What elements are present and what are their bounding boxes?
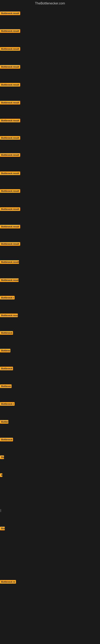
bottleneck-badge: Bottleneck result [0, 172, 20, 175]
bottleneck-item[interactable]: Bottleneck result [0, 47, 20, 52]
bottleneck-item[interactable]: Bottlene [0, 349, 10, 353]
bottleneck-item[interactable]: Bottleneck result [0, 83, 20, 87]
bottleneck-item[interactable]: Bottleneck result [0, 278, 19, 283]
bottleneck-item[interactable]: Bottler [0, 420, 8, 424]
bottleneck-item[interactable]: B [0, 473, 2, 478]
bottleneck-badge: Bottleneck result [0, 119, 20, 122]
bottleneck-item[interactable]: Bottleneck re [0, 580, 16, 584]
bottleneck-item[interactable]: Bottleneck result [0, 189, 20, 194]
bottleneck-badge: Bottleneck result [0, 278, 19, 282]
bottleneck-badge: Bottleneck result [0, 136, 20, 140]
bottleneck-badge: Bottleneck result [0, 12, 20, 15]
bottleneck-item[interactable]: Bottleneck result [0, 12, 20, 16]
bottleneck-item[interactable]: Bottleneck result [0, 101, 20, 105]
bottleneck-badge: Bottleneck result [0, 29, 20, 33]
bottleneck-badge: Bottleneck r [0, 296, 15, 300]
bottleneck-item[interactable]: Bot [0, 527, 5, 531]
bottleneck-badge: Bottleneck [0, 438, 13, 441]
bottleneck-badge: Bottleneck result [0, 83, 20, 86]
bottleneck-badge: Bottleneck result [0, 225, 20, 228]
bottleneck-badge: Bottleneck resu [0, 314, 18, 317]
bottleneck-item[interactable]: Bottleneck result [0, 65, 20, 70]
bottleneck-badge: Bottlene [0, 349, 10, 352]
bottleneck-badge: Bottleneck [0, 331, 13, 335]
bottleneck-badge: Bottleneck result [0, 260, 19, 264]
bottleneck-item[interactable]: Bottleneck [0, 438, 13, 442]
bottleneck-item[interactable]: Bo [0, 456, 4, 460]
bottleneck-item[interactable]: Bottleneck [0, 367, 13, 371]
bottleneck-cursor: | [0, 509, 1, 512]
bottleneck-badge: Bo [0, 456, 4, 459]
bottleneck-item[interactable]: Bottleneck r [0, 402, 15, 406]
bottleneck-item[interactable]: Bottlenec [0, 384, 12, 389]
bottleneck-badge: Bottlenec [0, 384, 12, 388]
bottleneck-badge: Bottleneck result [0, 189, 20, 193]
bottleneck-item[interactable]: Bottleneck r [0, 296, 15, 300]
bottleneck-badge: Bottleneck [0, 367, 13, 370]
bottleneck-badge: Bottleneck r [0, 402, 15, 406]
bottleneck-item[interactable]: Bottleneck result [0, 225, 20, 229]
bottleneck-item[interactable]: Bottleneck result [0, 136, 20, 140]
bottleneck-badge: Bottleneck result [0, 207, 20, 211]
bottleneck-badge: B [0, 473, 2, 477]
bottleneck-badge: Bottleneck result [0, 47, 20, 51]
bottleneck-item[interactable]: Bottleneck result [0, 260, 19, 265]
bottleneck-item[interactable]: Bottleneck resu [0, 314, 18, 318]
bottleneck-item[interactable]: Bottleneck result [0, 207, 20, 212]
bottleneck-badge: Bottler [0, 420, 8, 424]
bottleneck-badge: Bot [0, 527, 5, 530]
bottleneck-badge: Bottleneck re [0, 580, 16, 584]
bottleneck-badge: Bottleneck result [0, 65, 20, 69]
site-title: TheBottlenecker.com [0, 0, 100, 6]
bottleneck-badge: Bottleneck result [0, 101, 20, 104]
bottleneck-badge: Bottleneck result [0, 153, 20, 157]
bottleneck-item[interactable]: Bottleneck result [0, 153, 20, 158]
bottleneck-item[interactable]: Bottleneck result [0, 29, 20, 34]
bottleneck-item[interactable]: Bottleneck [0, 331, 13, 336]
bottleneck-item[interactable]: Bottleneck result [0, 242, 20, 246]
bottleneck-item[interactable]: Bottleneck result [0, 172, 20, 176]
bottleneck-item[interactable]: Bottleneck result [0, 119, 20, 123]
bottleneck-badge: Bottleneck result [0, 242, 20, 246]
